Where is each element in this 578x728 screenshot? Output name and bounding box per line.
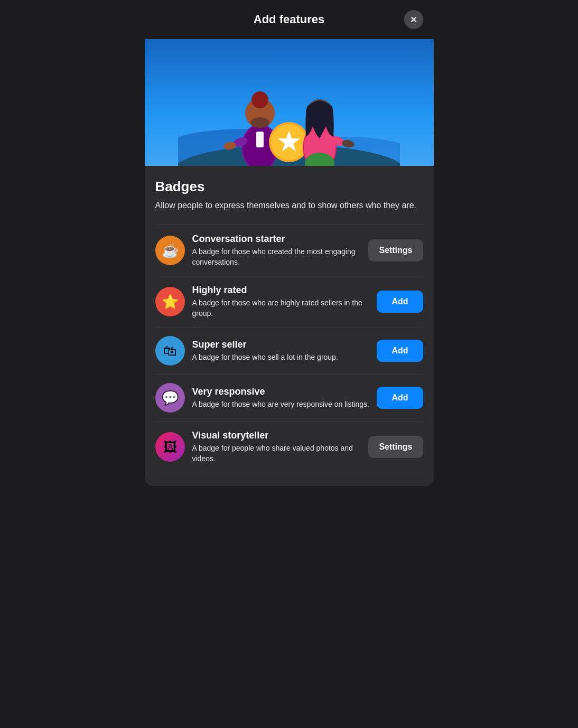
badge-name-very-responsive: Very responsive	[192, 386, 371, 397]
badge-action-conversation-starter: Settings	[368, 239, 423, 262]
add-button-very-responsive[interactable]: Add	[377, 387, 423, 409]
badge-description-highly-rated: A badge for those who are highly rated s…	[192, 298, 371, 319]
svg-point-7	[251, 91, 268, 108]
badge-description-conversation-starter: A badge for those who created the most e…	[192, 247, 362, 267]
badge-name-visual-storyteller: Visual storyteller	[192, 430, 362, 441]
modal-content: Badges Allow people to express themselve…	[145, 166, 434, 486]
modal-title: Add features	[254, 13, 324, 26]
badges-section-title: Badges	[155, 179, 423, 195]
badge-text-super-seller: Super sellerA badge for those who sell a…	[192, 339, 371, 363]
svg-rect-5	[256, 132, 264, 147]
svg-point-8	[250, 117, 269, 128]
settings-button-conversation-starter[interactable]: Settings	[368, 239, 423, 262]
badge-text-very-responsive: Very responsiveA badge for those who are…	[192, 386, 371, 410]
badge-item-conversation-starter: ☕Conversation starterA badge for those w…	[155, 225, 423, 276]
badge-description-super-seller: A badge for those who sell a lot in the …	[192, 352, 371, 363]
badge-icon-super-seller: 🛍	[155, 336, 185, 366]
modal-header: Add features ✕	[145, 0, 434, 39]
settings-button-visual-storyteller[interactable]: Settings	[368, 436, 423, 458]
badge-text-visual-storyteller: Visual storytellerA badge for people who…	[192, 430, 362, 464]
badge-name-highly-rated: Highly rated	[192, 285, 371, 296]
badge-icon-visual-storyteller: 🖼	[155, 432, 185, 462]
badge-description-very-responsive: A badge for those who are very responsiv…	[192, 399, 371, 410]
badge-name-super-seller: Super seller	[192, 339, 371, 350]
badge-text-highly-rated: Highly ratedA badge for those who are hi…	[192, 285, 371, 319]
badges-section-description: Allow people to express themselves and t…	[155, 199, 423, 212]
badge-action-highly-rated: Add	[377, 291, 423, 313]
badge-icon-conversation-starter: ☕	[155, 236, 185, 265]
close-button[interactable]: ✕	[404, 10, 423, 29]
badge-action-visual-storyteller: Settings	[368, 436, 423, 458]
close-icon: ✕	[410, 15, 417, 25]
hero-illustration	[145, 39, 434, 166]
badge-action-very-responsive: Add	[377, 387, 423, 409]
badge-text-conversation-starter: Conversation starterA badge for those wh…	[192, 234, 362, 267]
badge-item-visual-storyteller: 🖼Visual storytellerA badge for people wh…	[155, 421, 423, 473]
badge-description-visual-storyteller: A badge for people who share valued phot…	[192, 443, 362, 464]
badge-action-super-seller: Add	[377, 340, 423, 362]
badge-item-very-responsive: 💬Very responsiveA badge for those who ar…	[155, 374, 423, 421]
add-button-highly-rated[interactable]: Add	[377, 291, 423, 313]
add-button-super-seller[interactable]: Add	[377, 340, 423, 362]
badge-icon-very-responsive: 💬	[155, 383, 185, 413]
hero-svg	[178, 44, 400, 166]
badge-item-highly-rated: ⭐Highly ratedA badge for those who are h…	[155, 276, 423, 327]
badge-name-conversation-starter: Conversation starter	[192, 234, 362, 245]
badge-icon-highly-rated: ⭐	[155, 287, 185, 316]
add-features-modal: Add features ✕	[145, 0, 434, 486]
badges-list: ☕Conversation starterA badge for those w…	[155, 225, 423, 473]
badge-item-super-seller: 🛍Super sellerA badge for those who sell …	[155, 327, 423, 374]
